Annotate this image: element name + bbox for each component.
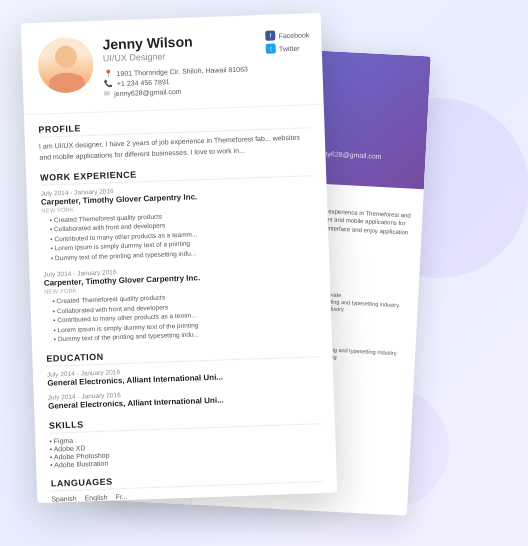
cv-front-profile-section: Profile I am UI/UX designer. I have 2 ye…: [38, 115, 311, 162]
cv-front-work-section: Work experience July 2014 - January 2016…: [40, 163, 318, 344]
twitter-icon: t: [266, 43, 276, 53]
cv-front-skills-list: Figma Adobe XD Adobe Photoshop Adobe Ill…: [49, 429, 322, 469]
cv-front-socials: f Facebook t Twitter: [265, 29, 310, 54]
main-container: Jenny Wilson 4901 Thornage, Hawii 8100 +…: [19, 18, 509, 528]
email-icon: ✉: [104, 89, 110, 97]
cv-front-twitter: t Twitter: [266, 42, 310, 54]
cv-front-education-section: Education July 2014 - January 2016 Gener…: [46, 345, 320, 411]
cv-front-body: Profile I am UI/UX designer. I have 2 ye…: [24, 105, 337, 503]
cv-front-avatar: [37, 37, 94, 94]
location-icon: 📍: [103, 69, 112, 77]
cv-front-skills-section: Skills Figma Adobe XD Adobe Photoshop Ad…: [49, 412, 323, 469]
cv-front-header: Jenny Wilson UI/UX Designer 📍 1901 Thorn…: [21, 13, 324, 115]
cv-card-front: Jenny Wilson UI/UX Designer 📍 1901 Thorn…: [21, 13, 338, 503]
cv-front-profile-text: I am UI/UX designer. I have 2 years of j…: [39, 132, 312, 162]
cv-front-facebook: f Facebook: [265, 29, 309, 41]
cv-front-work-2: July 2014 - January 2016 Carpenter, Timo…: [43, 261, 317, 344]
cv-front-work-1: July 2014 - January 2016 Carpenter, Timo…: [41, 180, 315, 263]
phone-icon: 📞: [104, 79, 113, 87]
cv-front-edu-2: July 2014 - January 2016 General Electro…: [48, 385, 320, 411]
facebook-icon: f: [265, 30, 275, 40]
